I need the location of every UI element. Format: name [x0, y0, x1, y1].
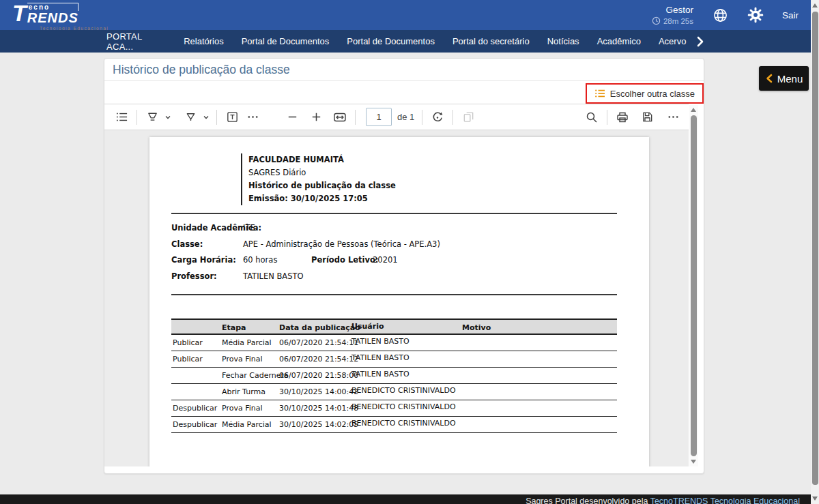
scroll-up-arrow[interactable]	[812, 3, 818, 8]
report-title: Histórico de publicação da classe	[248, 179, 396, 192]
field-value: TATILEN BASTO	[243, 271, 304, 281]
column-header: Motivo	[462, 323, 491, 332]
field-label: Professor:	[171, 271, 217, 281]
toolbar-separator	[355, 110, 356, 125]
chevron-left-icon	[765, 74, 773, 83]
table-header-row: Etapa Data da publicação Usuário Motivo	[171, 318, 617, 335]
menu-button-label: Menu	[777, 73, 803, 85]
menu-toggle-button[interactable]: Menu	[759, 66, 809, 91]
nav-more-chevron-icon[interactable]	[695, 30, 706, 53]
toolbar-separator	[607, 110, 607, 125]
user-role-label: Gestor	[665, 5, 693, 16]
tecnotrends-logo[interactable]: T ecno RENDS Tecnologia Educacional	[12, 1, 78, 25]
ink-highlight-tool-button[interactable]	[142, 107, 162, 128]
nav-item-portal-aca[interactable]: PORTAL ACA...	[104, 30, 145, 53]
window-scrollbar[interactable]	[811, 0, 819, 504]
nav-item-portal-secretario[interactable]: Portal do secretário	[444, 30, 538, 53]
class-info-fields: Unidade Acadêmica: ITE Classe: APE - Adm…	[171, 220, 617, 284]
nav-item-noticias[interactable]: Notícias	[538, 30, 588, 53]
app-header: T ecno RENDS Tecnologia Educacional Gest…	[0, 0, 811, 30]
field-label: Carga Horária:	[171, 255, 236, 265]
column-header: Usuário	[351, 322, 384, 331]
logout-button[interactable]: Sair	[782, 10, 799, 20]
text-tool-button[interactable]	[222, 107, 242, 128]
nav-item-portal-documentos-2[interactable]: Portal de Documentos	[338, 30, 444, 53]
pdf-scrollbar-thumb[interactable]	[691, 115, 697, 456]
nav-item-portal-documentos-1[interactable]: Portal de Documentos	[233, 30, 339, 53]
field-value: APE - Administração de Pessoas (Teórica …	[243, 239, 440, 249]
column-header: Data da publicação	[279, 323, 360, 332]
fit-width-button[interactable]	[330, 107, 350, 128]
logo-rends: RENDS	[27, 11, 78, 25]
toolbar-separator	[422, 110, 422, 125]
institution-name: FACULDADE HUMAITÁ	[248, 153, 396, 166]
window-scrollbar-thumb[interactable]	[812, 12, 818, 485]
user-session-block: Gestor 28m 25s	[652, 5, 693, 25]
logo-letter-t: T	[12, 1, 27, 25]
bookmark-list-button[interactable]	[111, 107, 132, 128]
nav-item-academico[interactable]: Acadêmico	[588, 30, 650, 53]
toolbar-separator	[452, 110, 453, 125]
footer-text: Sagres Portal desenvolvido pela	[526, 496, 650, 504]
field-label: Período Letivo:	[311, 255, 378, 265]
pdf-page: FACULDADE HUMAITÁ SAGRES Diário Históric…	[149, 137, 649, 466]
choose-other-class-label: Escolher outra classe	[610, 89, 695, 99]
table-row: Fechar Caderneta06/07/2020 21:58:00TATIL…	[171, 368, 617, 384]
pdf-scrollbar[interactable]	[689, 105, 698, 466]
shape-tool-button[interactable]	[180, 107, 201, 128]
divider-line	[171, 213, 617, 214]
rotate-button[interactable]	[427, 107, 448, 128]
page-title: Histórico de publicação da classe	[113, 63, 290, 76]
system-name: SAGRES Diário	[248, 166, 396, 179]
nav-item-acervo[interactable]: Acervo	[650, 30, 695, 53]
scroll-down-arrow[interactable]	[691, 460, 696, 464]
clock-icon	[652, 16, 661, 25]
download-save-button[interactable]	[637, 107, 657, 128]
more-tools-button[interactable]	[242, 107, 263, 128]
print-button[interactable]	[612, 107, 633, 128]
table-row: Abrir Turma30/10/2025 14:00:42BENEDICTO …	[171, 384, 617, 400]
scroll-down-arrow[interactable]	[812, 496, 818, 501]
divider-line	[171, 294, 617, 295]
chevron-down-icon[interactable]	[201, 107, 212, 128]
pdf-toolbar: de 1	[104, 104, 689, 130]
more-options-button[interactable]	[663, 107, 683, 128]
field-value: 20201	[373, 255, 398, 265]
emission-datetime: Emissão: 30/10/2025 17:05	[248, 192, 396, 205]
pdf-viewer-area: FACULDADE HUMAITÁ SAGRES Diário Históric…	[104, 130, 689, 466]
app-footer: Sagres Portal desenvolvido pela TecnoTRE…	[0, 494, 811, 504]
column-header: Etapa	[222, 323, 246, 332]
scroll-up-arrow[interactable]	[691, 108, 696, 112]
list-icon	[594, 88, 605, 99]
table-row: DespublicarMédia Parcial30/10/2025 14:02…	[171, 417, 617, 433]
report-card: Histórico de publicação da classe Escolh…	[104, 58, 704, 474]
field-value: ITE	[243, 223, 255, 233]
field-label: Classe:	[171, 239, 203, 249]
card-actions-row: Escolher outra classe	[104, 81, 704, 104]
field-value: 60 horas	[243, 255, 277, 265]
report-header-block: FACULDADE HUMAITÁ SAGRES Diário Históric…	[241, 153, 396, 205]
choose-other-class-button[interactable]: Escolher outra classe	[587, 85, 702, 102]
page-count-label: de 1	[397, 112, 414, 122]
language-globe-icon[interactable]	[712, 7, 729, 24]
organize-pages-button	[458, 107, 478, 128]
page-number-input[interactable]	[366, 108, 392, 126]
settings-gear-icon[interactable]	[747, 7, 764, 23]
toolbar-separator	[216, 110, 217, 125]
search-button[interactable]	[581, 107, 602, 128]
zoom-out-button[interactable]	[282, 107, 302, 128]
zoom-in-button[interactable]	[306, 107, 326, 128]
footer-link[interactable]: TecnoTRENDS Tecnologia Educacional	[650, 496, 800, 504]
main-nav: PORTAL ACA... Relatórios Portal de Docum…	[0, 30, 811, 53]
card-title-row: Histórico de publicação da classe	[104, 59, 704, 81]
session-timer: 28m 25s	[663, 17, 693, 25]
publication-history-table: Etapa Data da publicação Usuário Motivo …	[171, 318, 617, 433]
chevron-down-icon[interactable]	[162, 107, 173, 128]
nav-item-relatorios[interactable]: Relatórios	[175, 30, 233, 53]
table-row: PublicarProva Final06/07/2020 21:54:12TA…	[171, 351, 617, 368]
table-row: DespublicarProva Final30/10/2025 14:01:4…	[171, 400, 617, 417]
annotation-highlight: Escolher outra classe	[586, 83, 704, 104]
toolbar-separator	[136, 110, 137, 125]
table-row: PublicarMédia Parcial06/07/2020 21:54:11…	[171, 335, 617, 351]
